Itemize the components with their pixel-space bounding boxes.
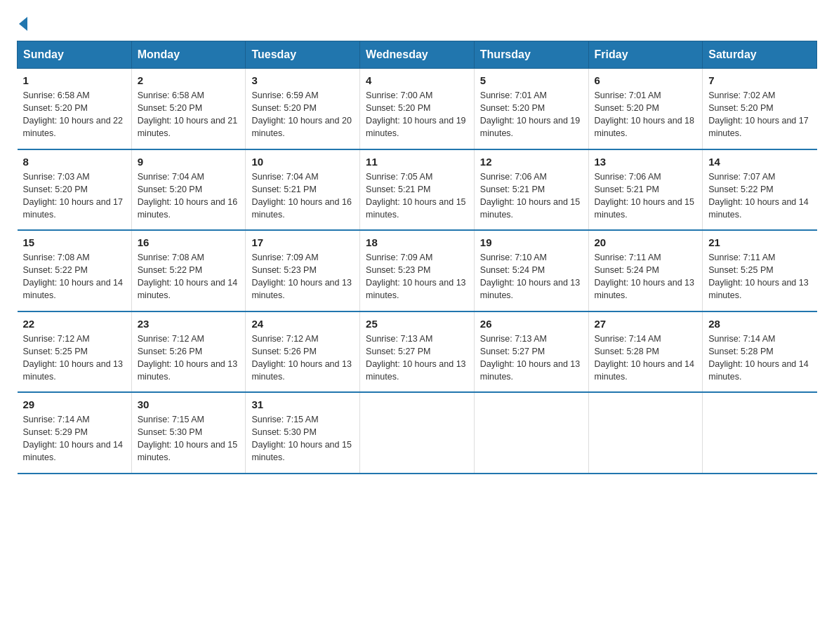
day-info: Sunrise: 7:06 AMSunset: 5:21 PMDaylight:… (480, 170, 583, 222)
day-cell (360, 392, 475, 474)
header-cell-sunday: Sunday (18, 41, 132, 69)
day-number: 11 (366, 156, 468, 168)
day-cell: 19Sunrise: 7:10 AMSunset: 5:24 PMDayligh… (474, 230, 588, 311)
day-number: 13 (595, 156, 697, 168)
day-cell (474, 392, 588, 474)
day-number: 1 (23, 74, 126, 86)
day-number: 8 (23, 156, 126, 168)
day-number: 17 (251, 236, 354, 248)
day-info: Sunrise: 7:05 AMSunset: 5:21 PMDaylight:… (366, 170, 468, 222)
day-cell: 13Sunrise: 7:06 AMSunset: 5:21 PMDayligh… (588, 149, 703, 231)
day-cell: 25Sunrise: 7:13 AMSunset: 5:27 PMDayligh… (360, 311, 475, 393)
day-number: 21 (708, 236, 811, 248)
day-cell: 3Sunrise: 6:59 AMSunset: 5:20 PMDaylight… (246, 69, 360, 149)
day-number: 3 (251, 74, 354, 86)
day-number: 4 (366, 74, 468, 86)
day-cell: 26Sunrise: 7:13 AMSunset: 5:27 PMDayligh… (474, 311, 588, 393)
day-info: Sunrise: 7:12 AMSunset: 5:25 PMDaylight:… (23, 333, 126, 384)
day-number: 6 (595, 74, 697, 86)
day-cell: 6Sunrise: 7:01 AMSunset: 5:20 PMDaylight… (588, 69, 703, 149)
day-number: 14 (708, 156, 811, 168)
day-cell (703, 392, 817, 474)
day-number: 29 (23, 398, 126, 410)
day-info: Sunrise: 7:13 AMSunset: 5:27 PMDaylight:… (480, 333, 583, 384)
header-cell-tuesday: Tuesday (246, 41, 360, 69)
day-info: Sunrise: 7:10 AMSunset: 5:24 PMDaylight:… (480, 251, 583, 302)
day-info: Sunrise: 7:04 AMSunset: 5:20 PMDaylight:… (138, 170, 240, 222)
header-cell-friday: Friday (588, 41, 703, 69)
day-info: Sunrise: 7:13 AMSunset: 5:27 PMDaylight:… (366, 333, 468, 384)
day-cell: 31Sunrise: 7:15 AMSunset: 5:30 PMDayligh… (246, 392, 360, 474)
day-cell: 9Sunrise: 7:04 AMSunset: 5:20 PMDaylight… (131, 149, 246, 231)
day-cell: 18Sunrise: 7:09 AMSunset: 5:23 PMDayligh… (360, 230, 475, 311)
day-number: 2 (138, 74, 240, 86)
day-cell: 15Sunrise: 7:08 AMSunset: 5:22 PMDayligh… (18, 230, 132, 311)
day-info: Sunrise: 6:59 AMSunset: 5:20 PMDaylight:… (251, 89, 354, 140)
day-info: Sunrise: 7:15 AMSunset: 5:30 PMDaylight:… (138, 413, 240, 464)
day-info: Sunrise: 7:08 AMSunset: 5:22 PMDaylight:… (138, 251, 240, 302)
logo (17, 17, 27, 29)
day-info: Sunrise: 7:14 AMSunset: 5:28 PMDaylight:… (708, 333, 811, 384)
day-number: 7 (708, 74, 811, 86)
calendar-table: SundayMondayTuesdayWednesdayThursdayFrid… (17, 41, 817, 474)
day-info: Sunrise: 7:15 AMSunset: 5:30 PMDaylight:… (251, 413, 354, 464)
day-number: 31 (251, 398, 354, 410)
day-number: 15 (23, 236, 126, 248)
day-cell: 21Sunrise: 7:11 AMSunset: 5:25 PMDayligh… (703, 230, 817, 311)
day-info: Sunrise: 7:08 AMSunset: 5:22 PMDaylight:… (23, 251, 126, 302)
day-cell: 8Sunrise: 7:03 AMSunset: 5:20 PMDaylight… (18, 149, 132, 231)
day-info: Sunrise: 7:09 AMSunset: 5:23 PMDaylight:… (251, 251, 354, 302)
day-cell (588, 392, 703, 474)
day-number: 5 (480, 74, 583, 86)
day-number: 10 (251, 156, 354, 168)
header-cell-wednesday: Wednesday (360, 41, 475, 69)
day-cell: 7Sunrise: 7:02 AMSunset: 5:20 PMDaylight… (703, 69, 817, 149)
day-cell: 5Sunrise: 7:01 AMSunset: 5:20 PMDaylight… (474, 69, 588, 149)
day-number: 20 (595, 236, 697, 248)
day-info: Sunrise: 7:06 AMSunset: 5:21 PMDaylight:… (595, 170, 697, 222)
day-number: 23 (138, 318, 240, 330)
week-row-3: 15Sunrise: 7:08 AMSunset: 5:22 PMDayligh… (18, 230, 817, 311)
day-info: Sunrise: 7:09 AMSunset: 5:23 PMDaylight:… (366, 251, 468, 302)
day-number: 19 (480, 236, 583, 248)
page-header (17, 17, 817, 29)
day-cell: 20Sunrise: 7:11 AMSunset: 5:24 PMDayligh… (588, 230, 703, 311)
day-info: Sunrise: 7:14 AMSunset: 5:29 PMDaylight:… (23, 413, 126, 464)
day-info: Sunrise: 7:14 AMSunset: 5:28 PMDaylight:… (595, 333, 697, 384)
day-cell: 16Sunrise: 7:08 AMSunset: 5:22 PMDayligh… (131, 230, 246, 311)
day-cell: 23Sunrise: 7:12 AMSunset: 5:26 PMDayligh… (131, 311, 246, 393)
day-number: 16 (138, 236, 240, 248)
calendar-header: SundayMondayTuesdayWednesdayThursdayFrid… (18, 41, 817, 69)
header-cell-thursday: Thursday (474, 41, 588, 69)
week-row-1: 1Sunrise: 6:58 AMSunset: 5:20 PMDaylight… (18, 69, 817, 149)
week-row-2: 8Sunrise: 7:03 AMSunset: 5:20 PMDaylight… (18, 149, 817, 231)
day-info: Sunrise: 7:11 AMSunset: 5:24 PMDaylight:… (595, 251, 697, 302)
logo-triangle-icon (19, 17, 27, 31)
day-info: Sunrise: 6:58 AMSunset: 5:20 PMDaylight:… (138, 89, 240, 140)
day-info: Sunrise: 7:02 AMSunset: 5:20 PMDaylight:… (708, 89, 811, 140)
header-row: SundayMondayTuesdayWednesdayThursdayFrid… (18, 41, 817, 69)
day-cell: 29Sunrise: 7:14 AMSunset: 5:29 PMDayligh… (18, 392, 132, 474)
day-number: 12 (480, 156, 583, 168)
day-cell: 4Sunrise: 7:00 AMSunset: 5:20 PMDaylight… (360, 69, 475, 149)
day-number: 27 (595, 318, 697, 330)
day-info: Sunrise: 6:58 AMSunset: 5:20 PMDaylight:… (23, 89, 126, 140)
day-number: 30 (138, 398, 240, 410)
day-number: 22 (23, 318, 126, 330)
day-info: Sunrise: 7:07 AMSunset: 5:22 PMDaylight:… (708, 170, 811, 222)
day-info: Sunrise: 7:01 AMSunset: 5:20 PMDaylight:… (480, 89, 583, 140)
day-number: 25 (366, 318, 468, 330)
day-cell: 22Sunrise: 7:12 AMSunset: 5:25 PMDayligh… (18, 311, 132, 393)
day-cell: 17Sunrise: 7:09 AMSunset: 5:23 PMDayligh… (246, 230, 360, 311)
day-info: Sunrise: 7:12 AMSunset: 5:26 PMDaylight:… (138, 333, 240, 384)
day-cell: 1Sunrise: 6:58 AMSunset: 5:20 PMDaylight… (18, 69, 132, 149)
day-info: Sunrise: 7:04 AMSunset: 5:21 PMDaylight:… (251, 170, 354, 222)
week-row-4: 22Sunrise: 7:12 AMSunset: 5:25 PMDayligh… (18, 311, 817, 393)
week-row-5: 29Sunrise: 7:14 AMSunset: 5:29 PMDayligh… (18, 392, 817, 474)
day-number: 24 (251, 318, 354, 330)
day-cell: 12Sunrise: 7:06 AMSunset: 5:21 PMDayligh… (474, 149, 588, 231)
header-cell-saturday: Saturday (703, 41, 817, 69)
day-cell: 27Sunrise: 7:14 AMSunset: 5:28 PMDayligh… (588, 311, 703, 393)
day-cell: 11Sunrise: 7:05 AMSunset: 5:21 PMDayligh… (360, 149, 475, 231)
day-cell: 14Sunrise: 7:07 AMSunset: 5:22 PMDayligh… (703, 149, 817, 231)
